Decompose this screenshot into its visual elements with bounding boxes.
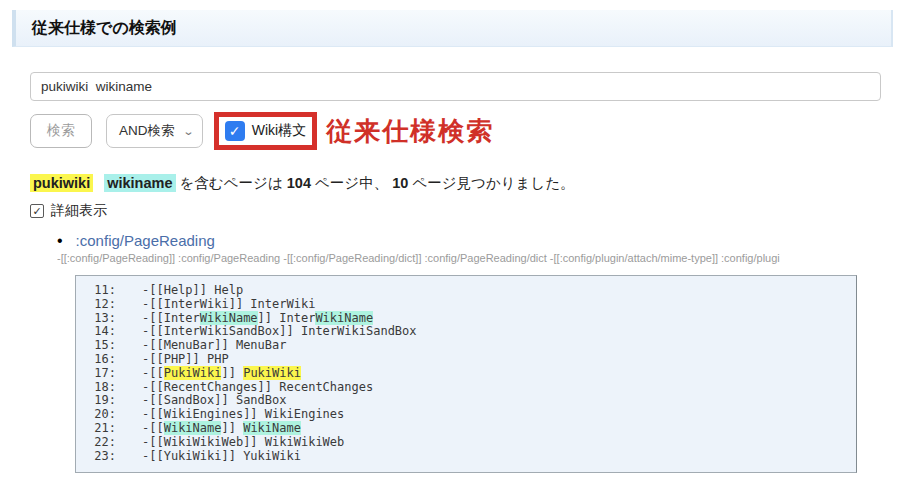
code-line: 23:-[[YukiWiki]] YukiWiki: [84, 450, 850, 464]
detail-toggle-row: ✓ 詳細表示: [30, 202, 910, 220]
result-keyword-1: pukiwiki: [30, 174, 93, 192]
code-line: 18:-[[RecentChanges]] RecentChanges: [84, 381, 850, 395]
code-line: 16:-[[PHP]] PHP: [84, 353, 850, 367]
code-line: 20:-[[WikiEngines]] WikiEngines: [84, 408, 850, 422]
detail-checkbox[interactable]: ✓: [30, 204, 44, 218]
search-mode-value: AND検索: [119, 122, 175, 140]
code-line: 12:-[[InterWiki]] InterWiki: [84, 298, 850, 312]
code-line: 22:-[[WikiWikiWeb]] WikiWikiWeb: [84, 436, 850, 450]
bullet-icon: •: [57, 233, 63, 249]
result-text-contains: を含むページは: [176, 175, 287, 191]
result-text-found: ページ見つかりました。: [408, 175, 574, 191]
result-page-link[interactable]: :config/PageReading: [76, 232, 215, 249]
result-snippet: -[[:config/PageReading]] :config/PageRea…: [57, 252, 887, 264]
code-line: 19:-[[SandBox]] SandBox: [84, 394, 850, 408]
result-keyword-2: wikiname: [104, 174, 175, 192]
page-title: 従来仕様での検索例: [32, 18, 177, 39]
search-row: [30, 72, 910, 101]
code-lines: 11:-[[Help]] Help12:-[[InterWiki]] Inter…: [84, 284, 850, 463]
result-summary: pukiwikiwikiname を含むページは 104 ページ中、 10 ペー…: [30, 174, 910, 193]
search-button[interactable]: 検索: [30, 114, 92, 148]
code-line: 14:-[[InterWikiSandBox]] InterWikiSandBo…: [84, 325, 850, 339]
legacy-search-annotation: 従来仕様検索: [326, 114, 494, 149]
code-line: 15:-[[MenuBar]] MenuBar: [84, 339, 850, 353]
detail-checkbox-label: 詳細表示: [51, 202, 107, 220]
wiki-syntax-checkbox[interactable]: ✓: [225, 121, 245, 141]
code-line: 13:-[[InterWikiName]] InterWikiName: [84, 312, 850, 326]
result-found-pages: 10: [392, 175, 408, 191]
result-total-pages: 104: [287, 175, 311, 191]
code-block: 11:-[[Help]] Help12:-[[InterWiki]] Inter…: [75, 275, 857, 473]
search-mode-select[interactable]: AND検索 ⌄: [106, 114, 203, 148]
search-controls: 検索 AND検索 ⌄ ✓ Wiki構文 従来仕様検索: [30, 111, 910, 151]
result-list-item: • :config/PageReading: [57, 232, 910, 249]
search-input[interactable]: [30, 72, 881, 101]
code-line: 17:-[[PukiWiki]] PukiWiki: [84, 367, 850, 381]
code-line: 21:-[[WikiName]] WikiName: [84, 422, 850, 436]
section-heading-bar: 従来仕様での検索例: [12, 10, 893, 47]
code-line: 11:-[[Help]] Help: [84, 284, 850, 298]
result-text-among: ページ中、: [311, 175, 392, 191]
wiki-syntax-label: Wiki構文: [252, 122, 306, 140]
chevron-down-icon: ⌄: [182, 125, 194, 138]
wiki-syntax-highlight-box: ✓ Wiki構文: [214, 112, 317, 150]
